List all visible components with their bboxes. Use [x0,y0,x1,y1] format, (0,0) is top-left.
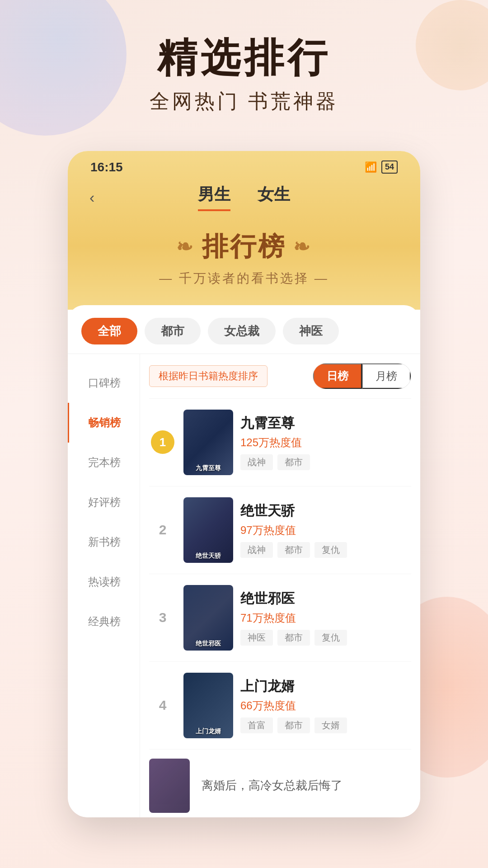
nav-bar: ‹ 男生 女生 [86,179,402,220]
banner-title: ❧ 排行榜 ❧ [86,229,402,264]
filter-female-ceo[interactable]: 女总裁 [208,318,276,344]
sort-tabs: 日榜 月榜 [313,363,411,389]
wifi-icon: 📶 [365,161,377,173]
sidebar-item-chanxiaobang[interactable]: 畅销榜 [68,403,140,443]
back-button[interactable]: ‹ [86,185,98,210]
book-cover-3: 绝世邪医 [183,585,233,651]
book-title-4: 上门龙婿 [240,677,411,696]
rank-3: 3 [149,610,176,625]
cover-title-4: 上门龙婿 [183,727,233,736]
rank-4: 4 [149,698,176,713]
nav-tabs: 男生 女生 [198,184,290,211]
banner-subtitle: — 千万读者的看书选择 — [86,270,402,287]
filter-row: 全部 都市 女总裁 神医 [68,305,420,354]
book-item-2[interactable]: 2 绝世天骄 绝世天骄 97万热度值 战神 都市 复仇 [149,486,411,574]
book-info-1: 九霄至尊 125万热度值 战神 都市 [240,414,411,470]
sidebar: 口碑榜 畅销榜 完本榜 好评榜 新书榜 热读榜 经典榜 [68,354,140,817]
book-heat-2: 97万热度值 [240,523,411,538]
phone-mockup: 16:15 📶 54 ‹ 男生 女生 ❧ 排行榜 ❧ — 千万读者的看书选择 — [68,151,420,817]
tab-male[interactable]: 男生 [198,184,230,211]
book-tags-1: 战神 都市 [240,454,411,470]
sort-row: 根据昨日书籍热度排序 日榜 月榜 [149,354,411,399]
sort-month[interactable]: 月榜 [362,363,411,389]
banner-content: ❧ 排行榜 ❧ — 千万读者的看书选择 — [86,220,402,292]
status-time: 16:15 [90,160,123,175]
tag-3-1: 都市 [277,630,310,646]
sort-day[interactable]: 日榜 [313,363,362,389]
peek-text: 离婚后，高冷女总裁后悔了 [197,778,343,793]
tag-4-1: 都市 [277,717,310,733]
book-info-2: 绝世天骄 97万热度值 战神 都市 复仇 [240,502,411,558]
tag-2-0: 战神 [240,542,273,558]
tag-4-2: 女婿 [314,717,347,733]
sidebar-item-redbubang[interactable]: 热读榜 [68,562,140,602]
phone-body: 全部 都市 女总裁 神医 口碑榜 畅销榜 完本榜 好评榜 新书榜 热读榜 经典榜… [68,305,420,817]
battery-indicator: 54 [381,160,398,174]
sidebar-item-xinsxubang[interactable]: 新书榜 [68,522,140,562]
cover-title-2: 绝世天骄 [183,552,233,560]
laurel-right-icon: ❧ [293,235,312,258]
tag-4-0: 首富 [240,717,273,733]
status-bar: 16:15 📶 54 [86,151,402,179]
book-cover-2: 绝世天骄 [183,497,233,563]
book-item-1[interactable]: 1 九霄至尊 九霄至尊 125万热度值 战神 都市 [149,399,411,486]
book-item-3[interactable]: 3 绝世邪医 绝世邪医 71万热度值 神医 都市 复仇 [149,574,411,662]
tag-2-2: 复仇 [314,542,347,558]
rank-1: 1 [149,430,176,454]
book-heat-3: 71万热度值 [240,611,411,625]
tag-2-1: 都市 [277,542,310,558]
sidebar-item-wanbenxbang[interactable]: 完本榜 [68,443,140,482]
cover-title-3: 绝世邪医 [183,640,233,648]
promo-title: 精选排行 [18,36,470,80]
tab-female[interactable]: 女生 [258,184,290,211]
filter-all[interactable]: 全部 [81,318,137,344]
sidebar-item-koubeibang[interactable]: 口碑榜 [68,363,140,403]
cover-title-1: 九霄至尊 [183,464,233,472]
peek-cover [149,759,190,813]
book-title-1: 九霄至尊 [240,414,411,433]
book-tags-2: 战神 都市 复仇 [240,542,411,558]
book-heat-1: 125万热度值 [240,435,411,450]
sidebar-item-dianjingbang[interactable]: 经典榜 [68,602,140,642]
book-title-2: 绝世天骄 [240,502,411,520]
book-tags-3: 神医 都市 复仇 [240,630,411,646]
filter-city[interactable]: 都市 [145,318,201,344]
promo-subtitle: 全网热门 书荒神器 [18,88,470,115]
book-heat-4: 66万热度值 [240,698,411,713]
sort-hint: 根据昨日书籍热度排序 [149,365,267,387]
book-info-4: 上门龙婿 66万热度值 首富 都市 女婿 [240,677,411,733]
tag-3-2: 复仇 [314,630,347,646]
sidebar-item-haopingbang[interactable]: 好评榜 [68,482,140,522]
content-layout: 口碑榜 畅销榜 完本榜 好评榜 新书榜 热读榜 经典榜 根据昨日书籍热度排序 日… [68,354,420,817]
tag-1-1: 都市 [277,454,310,470]
tag-3-0: 神医 [240,630,273,646]
book-cover-1: 九霄至尊 [183,410,233,475]
main-list: 根据昨日书籍热度排序 日榜 月榜 1 九霄至尊 九霄至尊 [140,354,420,817]
filter-doctor[interactable]: 神医 [283,318,339,344]
rank-2: 2 [149,522,176,538]
peek-item[interactable]: 离婚后，高冷女总裁后悔了 [149,750,411,817]
book-cover-4: 上门龙婿 [183,673,233,738]
tag-1-0: 战神 [240,454,273,470]
laurel-left-icon: ❧ [176,235,195,258]
book-info-3: 绝世邪医 71万热度值 神医 都市 复仇 [240,590,411,646]
book-item-4[interactable]: 4 上门龙婿 上门龙婿 66万热度值 首富 都市 女婿 [149,662,411,750]
phone-header: 16:15 📶 54 ‹ 男生 女生 ❧ 排行榜 ❧ — 千万读者的看书选择 — [68,151,420,310]
banner-title-text: 排行榜 [202,229,286,264]
book-tags-4: 首富 都市 女婿 [240,717,411,733]
book-title-3: 绝世邪医 [240,590,411,608]
status-icons: 📶 54 [365,160,398,174]
promo-section: 精选排行 全网热门 书荒神器 [0,0,488,133]
